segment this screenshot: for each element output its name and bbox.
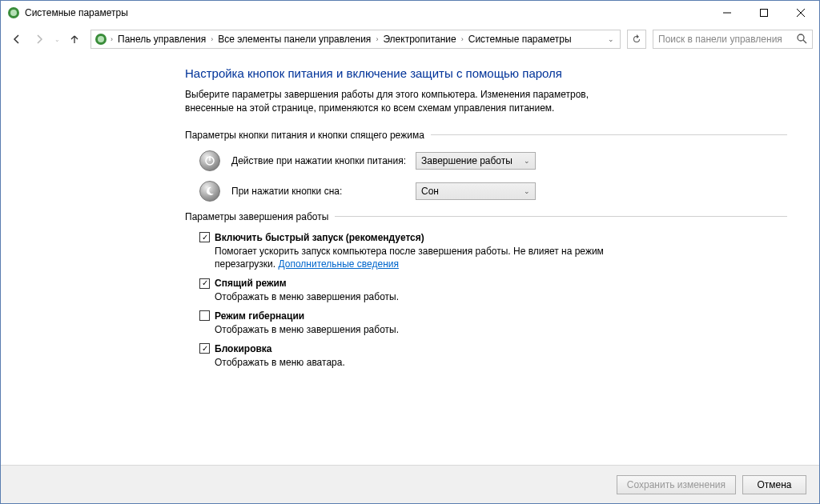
address-icon xyxy=(94,33,107,46)
chevron-down-icon: ⌄ xyxy=(524,187,530,195)
power-button-select[interactable]: Завершение работы ⌄ xyxy=(416,152,536,170)
chevron-right-icon: › xyxy=(209,35,215,43)
select-value: Сон xyxy=(421,186,439,197)
chevron-down-icon: ⌄ xyxy=(524,157,530,165)
svg-line-9 xyxy=(803,40,806,43)
checkbox-label: Спящий режим xyxy=(215,278,287,289)
checkbox[interactable]: ✓ xyxy=(199,232,210,242)
up-button[interactable] xyxy=(65,30,84,49)
chevron-right-icon: › xyxy=(374,35,380,43)
sleep-button-label: При нажатии кнопки сна: xyxy=(231,186,416,197)
close-button[interactable] xyxy=(782,1,819,25)
back-button[interactable] xyxy=(7,30,26,49)
checkbox-label: Режим гибернации xyxy=(215,310,304,322)
footer: Сохранить изменения Отмена xyxy=(1,465,819,503)
checkbox-fast-startup: ✓ Включить быстрый запуск (рекомендуется… xyxy=(199,232,787,272)
section-shutdown: Параметры завершения работы xyxy=(185,211,787,222)
breadcrumb-item[interactable]: Все элементы панели управления xyxy=(215,34,374,45)
moon-icon xyxy=(199,181,220,202)
svg-point-8 xyxy=(798,34,804,41)
address-bar[interactable]: › Панель управления › Все элементы панел… xyxy=(90,30,621,49)
minimize-button[interactable] xyxy=(709,1,746,25)
power-button-row: Действие при нажатии кнопки питания: Зав… xyxy=(185,150,787,171)
section-power-buttons: Параметры кнопки питания и кнопки спящег… xyxy=(185,130,787,141)
divider xyxy=(431,134,787,135)
checkbox-label: Включить быстрый запуск (рекомендуется) xyxy=(215,232,424,243)
search-icon xyxy=(796,33,807,46)
checkbox-label: Блокировка xyxy=(215,343,272,354)
page-heading: Настройка кнопок питания и включение защ… xyxy=(185,66,787,80)
page-description: Выберите параметры завершения работы для… xyxy=(185,88,633,115)
section-title: Параметры кнопки питания и кнопки спящег… xyxy=(185,130,424,141)
checkbox-lock: ✓ Блокировка Отображать в меню аватара. xyxy=(199,343,787,370)
history-dropdown[interactable]: ⌄ xyxy=(52,36,62,43)
window-title: Системные параметры xyxy=(25,7,709,18)
save-button[interactable]: Сохранить изменения xyxy=(617,475,736,494)
checkbox-description: Отображать в меню завершения работы. xyxy=(199,290,632,304)
checkbox[interactable] xyxy=(199,310,210,321)
address-dropdown[interactable]: ⌄ xyxy=(604,35,618,43)
checkbox[interactable]: ✓ xyxy=(199,278,210,289)
breadcrumb-item[interactable]: Системные параметры xyxy=(465,34,575,45)
breadcrumb-item[interactable]: Панель управления xyxy=(115,34,209,45)
sleep-button-row: При нажатии кнопки сна: Сон ⌄ xyxy=(185,181,787,202)
svg-point-7 xyxy=(98,36,104,42)
titlebar: Системные параметры xyxy=(1,1,819,25)
more-info-link[interactable]: Дополнительные сведения xyxy=(278,258,398,270)
checkbox-description: Отображать в меню аватара. xyxy=(199,356,632,370)
maximize-button[interactable] xyxy=(746,1,782,25)
breadcrumb-item[interactable]: Электропитание xyxy=(380,34,459,45)
power-button-label: Действие при нажатии кнопки питания: xyxy=(231,155,416,166)
svg-rect-3 xyxy=(761,10,768,17)
search-input[interactable] xyxy=(658,34,796,45)
search-box[interactable] xyxy=(653,30,813,49)
content-area: Настройка кнопок питания и включение защ… xyxy=(1,54,819,465)
checkbox-description: Отображать в меню завершения работы. xyxy=(199,323,632,337)
checkbox-hibernate: Режим гибернации Отображать в меню завер… xyxy=(199,310,787,337)
divider xyxy=(335,216,787,217)
power-icon xyxy=(199,150,220,171)
navbar: ⌄ › Панель управления › Все элементы пан… xyxy=(1,25,819,54)
select-value: Завершение работы xyxy=(421,155,512,166)
cancel-button[interactable]: Отмена xyxy=(742,475,806,494)
checkbox-description: Помогает ускорить запуск компьютера посл… xyxy=(199,245,632,272)
checkbox[interactable]: ✓ xyxy=(199,343,210,354)
sleep-button-select[interactable]: Сон ⌄ xyxy=(416,182,536,200)
svg-point-1 xyxy=(10,10,17,16)
chevron-right-icon: › xyxy=(460,35,465,43)
checkbox-sleep: ✓ Спящий режим Отображать в меню заверше… xyxy=(199,278,787,304)
refresh-button[interactable] xyxy=(627,30,646,49)
section-title: Параметры завершения работы xyxy=(185,211,328,222)
forward-button[interactable] xyxy=(30,30,49,49)
chevron-right-icon: › xyxy=(109,35,115,43)
app-icon xyxy=(7,6,20,19)
